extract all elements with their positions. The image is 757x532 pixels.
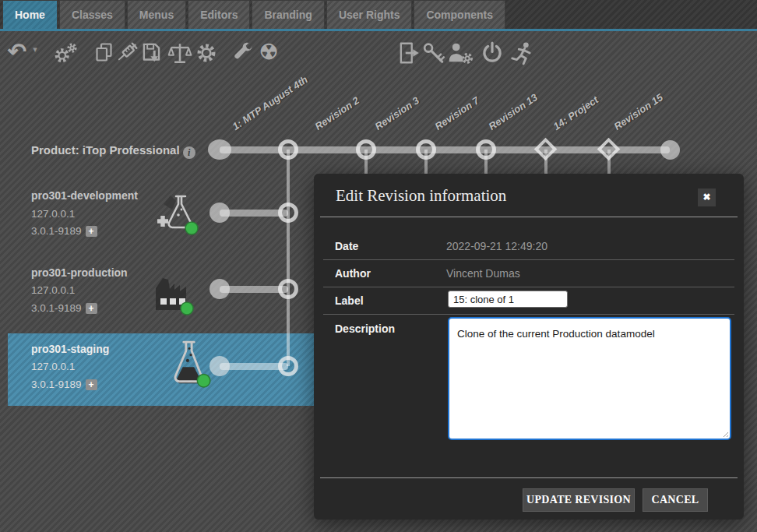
- row-separator: [323, 287, 734, 287]
- revision-node-1[interactable]: [278, 139, 298, 160]
- environment-version-text: 3.0.1-9189: [31, 379, 82, 390]
- export-document-icon[interactable]: [396, 41, 421, 69]
- main-tab-bar: Home Classes Menus Editors Branding User…: [0, 0, 757, 31]
- timeline-start-node[interactable]: [208, 139, 231, 160]
- timeline-connector-rev1: [287, 150, 290, 366]
- description-field-label: Description: [335, 322, 395, 335]
- user-accounts-gear-icon[interactable]: [447, 41, 472, 69]
- compare-scales-icon[interactable]: [167, 41, 192, 69]
- env-revision-node-production[interactable]: [278, 279, 298, 299]
- tab-menus[interactable]: Menus: [127, 0, 186, 29]
- label-field-label: Label: [335, 294, 364, 307]
- revision-label-3: Revision 3: [373, 95, 421, 132]
- environment-host: 127.0.0.1: [31, 361, 75, 372]
- env-timeline-start-development: [209, 203, 230, 223]
- edit-revision-dialog: Edit Revision information ✖ Date 2022-09…: [314, 174, 744, 520]
- info-icon[interactable]: i: [183, 146, 195, 159]
- run-simulation-icon[interactable]: [509, 41, 534, 69]
- revision-node-15[interactable]: [660, 140, 680, 160]
- description-textarea[interactable]: Clone of the current Production datamode…: [448, 317, 731, 440]
- power-icon[interactable]: [480, 41, 505, 69]
- author-field-label: Author: [335, 267, 371, 280]
- process-gears-icon[interactable]: [53, 41, 78, 69]
- version-expand-icon[interactable]: +: [86, 303, 97, 314]
- revision-node-3[interactable]: [416, 139, 436, 160]
- date-field-value: 2022-09-21 12:49:20: [446, 240, 548, 252]
- environment-host: 127.0.0.1: [31, 284, 75, 296]
- revision-node-13[interactable]: [534, 138, 558, 161]
- reset-radiation-icon[interactable]: ☢: [256, 39, 281, 67]
- undo-history-dropdown-icon[interactable]: ▾: [30, 44, 40, 72]
- tab-home[interactable]: Home: [2, 0, 58, 29]
- revision-node-14[interactable]: [597, 138, 621, 161]
- environment-host: 127.0.0.1: [31, 208, 75, 220]
- version-expand-icon[interactable]: +: [86, 379, 97, 390]
- env-revision-node-staging[interactable]: [278, 356, 298, 376]
- revision-label-14: 14: Project: [551, 94, 600, 132]
- environment-version: 3.0.1-9189+: [31, 379, 97, 390]
- app-window: Home Classes Menus Editors Branding User…: [0, 0, 757, 532]
- production-factory-icon: [150, 270, 197, 319]
- tab-branding[interactable]: Branding: [252, 0, 324, 29]
- author-field-value: Vincent Dumas: [446, 267, 520, 280]
- env-timeline-start-staging: [209, 356, 230, 376]
- environment-version: 3.0.1-9189+: [31, 225, 97, 237]
- product-label-text: Product: iTop Professional: [31, 143, 180, 157]
- revision-node-2[interactable]: [356, 139, 376, 160]
- close-icon[interactable]: ✖: [698, 188, 716, 206]
- save-export-icon[interactable]: [139, 41, 164, 69]
- environment-version: 3.0.1-9189+: [31, 302, 97, 314]
- development-flask-icon: [154, 192, 201, 241]
- dialog-title: Edit Revision information: [336, 186, 506, 206]
- environment-name: pro301-production: [31, 266, 128, 279]
- revision-label-1: 1: MTP August 4th: [231, 74, 310, 132]
- undo-icon[interactable]: ↶: [5, 38, 30, 66]
- environment-name: pro301-development: [31, 189, 138, 202]
- revision-label-15: Revision 15: [612, 92, 665, 132]
- tab-components[interactable]: Components: [414, 0, 505, 29]
- env-revision-node-development[interactable]: [278, 203, 298, 223]
- tab-user-rights[interactable]: User Rights: [326, 0, 413, 29]
- date-field-label: Date: [335, 240, 358, 252]
- env-timeline-start-production: [209, 279, 230, 299]
- inject-syringe-icon[interactable]: [114, 41, 139, 69]
- label-input[interactable]: [448, 291, 568, 308]
- update-revision-button[interactable]: UPDATE REVISION: [523, 488, 635, 512]
- description-textarea-wrap: Clone of the current Production datamode…: [448, 317, 731, 440]
- footer-separator: [320, 477, 738, 478]
- settings-gear-icon[interactable]: [194, 41, 219, 69]
- tab-classes[interactable]: Classes: [59, 0, 125, 29]
- tab-editors[interactable]: Editors: [188, 0, 250, 29]
- revision-label-2: Revision 2: [313, 95, 361, 132]
- tools-wrench-icon[interactable]: [231, 41, 256, 69]
- key-icon[interactable]: [421, 41, 446, 69]
- revision-label-13: Revision 13: [487, 92, 540, 132]
- environment-name: pro301-staging: [31, 343, 109, 355]
- version-expand-icon[interactable]: +: [86, 226, 97, 237]
- product-label: Product: iTop Professionali: [31, 143, 195, 159]
- environment-version-text: 3.0.1-9189: [31, 225, 82, 237]
- revision-label-7: Revision 7: [433, 95, 481, 132]
- header-separator: [320, 217, 738, 217]
- environment-version-text: 3.0.1-9189: [31, 302, 82, 314]
- row-separator: [323, 259, 734, 260]
- cancel-button[interactable]: CANCEL: [643, 488, 708, 512]
- staging-flask-icon: [165, 338, 213, 391]
- revision-node-7[interactable]: [476, 139, 496, 160]
- row-separator: [323, 314, 734, 315]
